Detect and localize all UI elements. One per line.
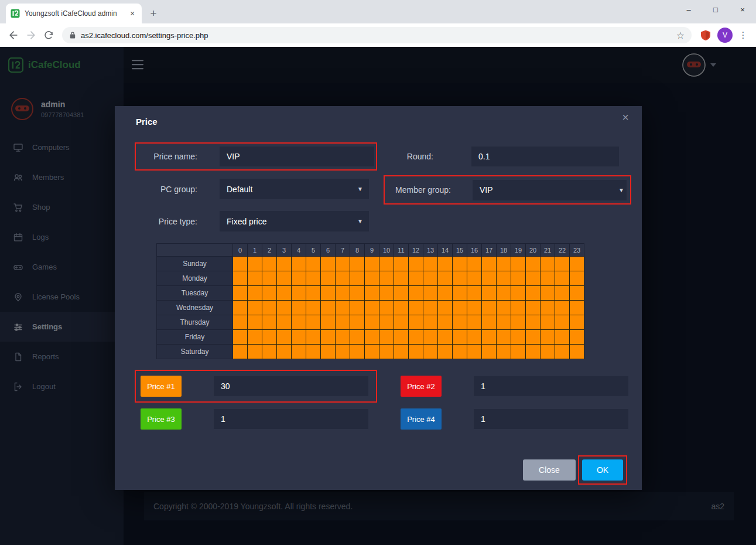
schedule-cell[interactable] [511, 345, 526, 359]
tab-close-icon[interactable]: × [128, 9, 137, 18]
schedule-cell[interactable] [394, 301, 409, 315]
maximize-button[interactable]: □ [702, 0, 729, 19]
schedule-cell[interactable] [526, 257, 541, 271]
schedule-cell[interactable] [482, 271, 497, 286]
schedule-cell[interactable] [292, 257, 306, 271]
schedule-cell[interactable] [497, 257, 511, 271]
schedule-cell[interactable] [423, 286, 438, 301]
pc-group-select[interactable]: Default ▼ [220, 179, 369, 199]
schedule-cell[interactable] [306, 271, 321, 286]
round-input[interactable] [471, 147, 619, 166]
price-3-input[interactable] [214, 409, 368, 429]
schedule-cell[interactable] [248, 315, 262, 330]
close-button[interactable]: Close [523, 459, 576, 481]
schedule-cell[interactable] [306, 257, 321, 271]
schedule-cell[interactable] [570, 271, 584, 286]
schedule-cell[interactable] [497, 330, 511, 345]
schedule-cell[interactable] [262, 301, 277, 315]
schedule-cell[interactable] [570, 301, 584, 315]
schedule-cell[interactable] [233, 315, 248, 330]
schedule-cell[interactable] [526, 345, 541, 359]
address-bar[interactable]: as2.icafecloud.com/settings-price.php ☆ [62, 27, 692, 43]
schedule-cell[interactable] [350, 257, 365, 271]
schedule-cell[interactable] [409, 315, 423, 330]
schedule-cell[interactable] [379, 330, 394, 345]
schedule-cell[interactable] [277, 345, 292, 359]
schedule-cell[interactable] [365, 271, 379, 286]
schedule-cell[interactable] [409, 286, 423, 301]
schedule-cell[interactable] [438, 315, 453, 330]
schedule-cell[interactable] [365, 345, 379, 359]
schedule-cell[interactable] [570, 286, 584, 301]
schedule-cell[interactable] [248, 257, 262, 271]
price-1-input[interactable] [214, 376, 368, 396]
schedule-cell[interactable] [233, 345, 248, 359]
schedule-cell[interactable] [365, 301, 379, 315]
schedule-cell[interactable] [438, 286, 453, 301]
schedule-cell[interactable] [262, 315, 277, 330]
schedule-cell[interactable] [350, 271, 365, 286]
schedule-cell[interactable] [526, 271, 541, 286]
schedule-cell[interactable] [248, 301, 262, 315]
schedule-cell[interactable] [541, 301, 555, 315]
schedule-cell[interactable] [365, 286, 379, 301]
schedule-cell[interactable] [292, 330, 306, 345]
schedule-cell[interactable] [365, 315, 379, 330]
schedule-cell[interactable] [467, 271, 482, 286]
schedule-cell[interactable] [423, 330, 438, 345]
schedule-cell[interactable] [233, 257, 248, 271]
schedule-cell[interactable] [555, 301, 570, 315]
schedule-cell[interactable] [321, 257, 336, 271]
schedule-cell[interactable] [292, 345, 306, 359]
schedule-cell[interactable] [497, 345, 511, 359]
schedule-cell[interactable] [233, 286, 248, 301]
schedule-cell[interactable] [394, 345, 409, 359]
schedule-cell[interactable] [555, 257, 570, 271]
schedule-cell[interactable] [526, 286, 541, 301]
schedule-cell[interactable] [379, 286, 394, 301]
minimize-button[interactable]: – [675, 0, 702, 19]
dialog-close-icon[interactable]: × [622, 111, 629, 124]
schedule-cell[interactable] [438, 271, 453, 286]
schedule-cell[interactable] [555, 286, 570, 301]
schedule-cell[interactable] [511, 257, 526, 271]
schedule-cell[interactable] [321, 345, 336, 359]
schedule-cell[interactable] [233, 271, 248, 286]
schedule-cell[interactable] [526, 330, 541, 345]
schedule-cell[interactable] [262, 330, 277, 345]
schedule-cell[interactable] [541, 286, 555, 301]
forward-button[interactable] [22, 26, 40, 44]
ublock-shield-icon[interactable] [700, 29, 711, 41]
schedule-cell[interactable] [438, 330, 453, 345]
schedule-cell[interactable] [248, 345, 262, 359]
schedule-cell[interactable] [467, 257, 482, 271]
back-button[interactable] [5, 26, 22, 44]
schedule-cell[interactable] [379, 257, 394, 271]
refresh-button[interactable] [40, 26, 57, 44]
schedule-cell[interactable] [438, 301, 453, 315]
schedule-cell[interactable] [350, 315, 365, 330]
schedule-cell[interactable] [423, 315, 438, 330]
schedule-cell[interactable] [262, 345, 277, 359]
schedule-cell[interactable] [336, 301, 350, 315]
schedule-cell[interactable] [306, 315, 321, 330]
schedule-cell[interactable] [292, 315, 306, 330]
schedule-cell[interactable] [497, 301, 511, 315]
schedule-cell[interactable] [409, 301, 423, 315]
schedule-cell[interactable] [453, 330, 467, 345]
schedule-cell[interactable] [306, 345, 321, 359]
schedule-cell[interactable] [511, 330, 526, 345]
schedule-cell[interactable] [248, 330, 262, 345]
schedule-cell[interactable] [350, 301, 365, 315]
schedule-cell[interactable] [555, 345, 570, 359]
schedule-cell[interactable] [321, 330, 336, 345]
schedule-cell[interactable] [321, 271, 336, 286]
schedule-cell[interactable] [541, 271, 555, 286]
schedule-cell[interactable] [423, 345, 438, 359]
schedule-cell[interactable] [262, 257, 277, 271]
price-4-input[interactable] [474, 409, 628, 429]
schedule-cell[interactable] [394, 257, 409, 271]
schedule-cell[interactable] [262, 271, 277, 286]
schedule-cell[interactable] [541, 345, 555, 359]
schedule-cell[interactable] [379, 271, 394, 286]
